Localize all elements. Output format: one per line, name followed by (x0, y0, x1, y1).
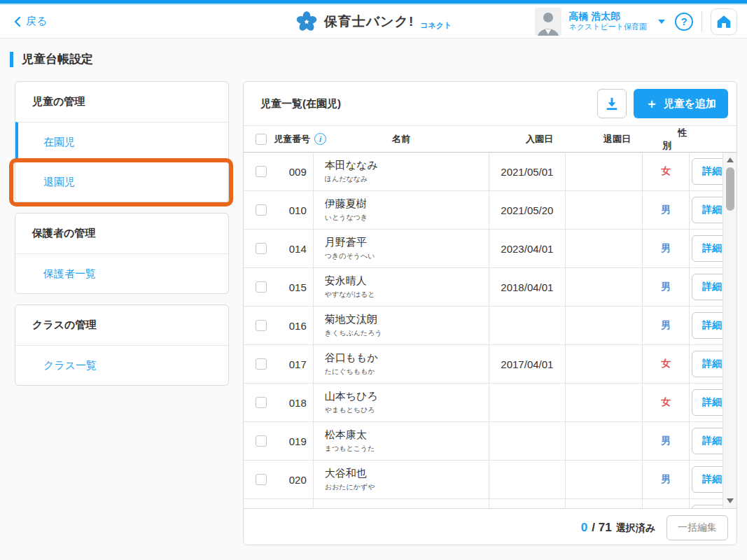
logo-title: 保育士バンク! (324, 13, 414, 31)
user-organization: ネクストビート保育園 (568, 22, 647, 32)
child-name-kana: やまもとちひろ (325, 405, 375, 415)
child-number: 017 (289, 358, 307, 370)
column-header-leave-date: 退園日 (566, 133, 643, 146)
child-name: 伊藤夏樹 (325, 197, 367, 211)
sidebar-item-label: 保護者一覧 (43, 267, 96, 281)
user-name: 高橋 浩太郎 (568, 10, 647, 23)
table-row: 020 大谷和也 おおたにかずや 男 詳細 (244, 461, 736, 499)
table-body: 009 本田ななみ ほんだななみ 2021/05/01 女 詳細 010 伊藤夏… (244, 153, 736, 508)
top-accent-bar (0, 0, 747, 5)
child-number: 019 (289, 435, 307, 447)
back-button[interactable]: 戻る (14, 15, 47, 28)
sidebar-card-children: 児童の管理 在園児 退園児 (15, 81, 229, 202)
child-number: 015 (289, 281, 307, 293)
row-checkbox[interactable] (256, 397, 267, 408)
gender-value: 女 (661, 358, 671, 370)
child-number: 014 (289, 243, 307, 255)
home-button[interactable] (711, 8, 737, 35)
sidebar-card-classes: クラスの管理 クラス一覧 (15, 304, 229, 386)
child-number: 018 (289, 397, 307, 409)
child-name-kana: ほんだななみ (325, 174, 368, 184)
table-row: 010 伊藤夏樹 いとうなつき 2021/05/20 男 詳細 (244, 191, 736, 230)
avatar (535, 8, 561, 36)
sidebar-section-title: 保護者の管理 (15, 214, 228, 253)
child-name: 本田ななみ (325, 159, 378, 172)
panel-footer: 0 / 71 選択済み 一括編集 (244, 508, 736, 545)
page-title-row: 児童台帳設定 (10, 51, 747, 67)
child-number: 010 (289, 204, 307, 216)
row-checkbox[interactable] (256, 320, 267, 331)
person-silhouette-icon (535, 8, 561, 36)
row-checkbox[interactable] (256, 435, 267, 447)
scrollbar-down-arrow-icon[interactable] (727, 498, 734, 503)
enroll-date: 2018/04/01 (501, 281, 553, 293)
row-checkbox[interactable] (256, 243, 267, 254)
selected-total: / 71 (592, 521, 611, 535)
help-button[interactable]: ? (675, 13, 693, 31)
home-icon (715, 13, 733, 31)
logo-subtitle: コネクト (420, 20, 452, 33)
select-all-checkbox[interactable] (256, 134, 267, 145)
sidebar-item-left-children[interactable]: 退園児 (15, 162, 228, 202)
selection-status: 0 / 71 選択済み (581, 521, 655, 535)
children-list-panel: 児童一覧(在園児) ＋ 児童を追加 児童番号 i 名前 (243, 81, 737, 545)
row-checkbox[interactable] (256, 474, 267, 485)
scrollbar-thumb[interactable] (726, 167, 734, 211)
add-child-button[interactable]: ＋ 児童を追加 (634, 89, 728, 118)
gender-value: 男 (661, 435, 671, 447)
gender-value: 男 (661, 319, 671, 332)
header-divider (701, 11, 702, 32)
add-child-label: 児童を追加 (664, 97, 716, 111)
plus-icon: ＋ (645, 97, 658, 110)
child-name: 月野蒼平 (325, 236, 367, 249)
table-row: 016 菊地文汰朗 きくちぶんたろう 男 詳細 (244, 307, 736, 345)
vertical-scrollbar[interactable] (722, 153, 736, 508)
column-header-name: 名前 (313, 133, 489, 146)
child-name: 大谷和也 (325, 467, 367, 480)
caret-down-icon[interactable] (658, 20, 665, 24)
child-name: 山本ちひろ (325, 390, 378, 403)
download-button[interactable] (597, 89, 627, 118)
enroll-date: 2021/05/20 (501, 204, 553, 216)
panel-actions: ＋ 児童を追加 (597, 89, 728, 118)
table-row: 017 谷口ももか たにぐちももか 2017/04/01 女 詳細 (244, 345, 736, 384)
child-name-kana: おおたにかずや (325, 482, 375, 492)
sidebar-item-label: クラス一覧 (43, 359, 97, 372)
child-name-kana: きくちぶんたろう (325, 328, 382, 338)
scrollbar-up-arrow-icon[interactable] (727, 158, 734, 162)
sidebar-card-guardians: 保護者の管理 保護者一覧 (15, 213, 229, 294)
sidebar-item-guardian-list[interactable]: 保護者一覧 (15, 253, 228, 293)
sidebar-item-label: 退園児 (43, 176, 75, 189)
sidebar-item-class-list[interactable]: クラス一覧 (15, 345, 228, 385)
child-name: 谷口ももか (325, 351, 378, 365)
row-checkbox[interactable] (256, 358, 267, 370)
user-area: 高橋 浩太郎 ネクストビート保育園 ? (535, 8, 737, 36)
table-row: 018 山本ちひろ やまもとちひろ 女 詳細 (244, 384, 736, 422)
gender-value: 男 (661, 281, 671, 293)
column-header-number: 児童番号 (274, 133, 310, 146)
annotation-highlight-box (9, 158, 233, 206)
child-number: 016 (289, 320, 307, 332)
sidebar-item-label: 在園児 (43, 136, 75, 149)
sidebar-section-title: クラスの管理 (15, 305, 228, 345)
user-info[interactable]: 高橋 浩太郎 ネクストビート保育園 (568, 10, 647, 32)
sidebar-section-title: 児童の管理 (15, 82, 228, 122)
gender-value: 男 (661, 473, 671, 486)
table-row: 015 安永晴人 やすながはると 2018/04/01 男 詳細 (244, 268, 736, 307)
child-name-kana: たにぐちももか (325, 367, 375, 377)
help-glyph: ? (680, 15, 687, 27)
table-row: 014 月野蒼平 つきのそうへい 2023/04/01 男 詳細 (244, 230, 736, 268)
child-number: 020 (289, 474, 307, 486)
gender-value: 男 (661, 204, 671, 216)
row-checkbox[interactable] (256, 166, 267, 177)
row-checkbox[interactable] (256, 204, 267, 216)
row-checkbox[interactable] (256, 281, 267, 293)
bulk-edit-button[interactable]: 一括編集 (666, 515, 728, 540)
selected-count: 0 (581, 521, 587, 535)
child-name: 菊地文汰朗 (325, 313, 377, 326)
table-row: 019 松本康太 まつもとこうた 男 詳細 (244, 422, 736, 461)
child-name-kana: つきのそうへい (325, 251, 375, 261)
table-row: 009 本田ななみ ほんだななみ 2021/05/01 女 詳細 (244, 153, 736, 191)
sakura-flower-icon (295, 10, 318, 33)
sidebar-item-current-children[interactable]: 在園児 (15, 122, 228, 162)
